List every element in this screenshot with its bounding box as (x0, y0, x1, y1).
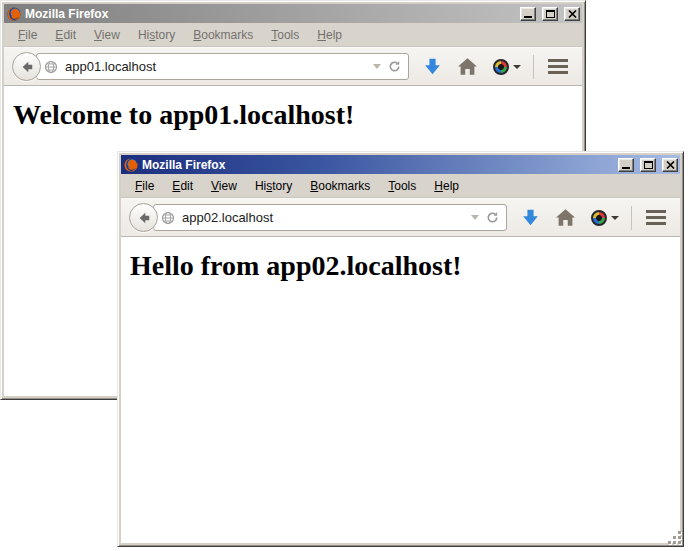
menu-item-file[interactable]: File (126, 176, 163, 196)
color-lens-icon (493, 59, 509, 75)
menu-item-view[interactable]: View (202, 176, 246, 196)
url-dropdown-icon[interactable] (471, 215, 479, 220)
url-input[interactable] (182, 210, 464, 225)
menu-item-file[interactable]: File (9, 25, 46, 45)
maximize-button[interactable] (640, 158, 656, 172)
url-input[interactable] (65, 59, 366, 74)
hamburger-menu-icon[interactable] (646, 210, 666, 225)
hamburger-menu-icon[interactable] (548, 59, 568, 74)
home-icon[interactable] (458, 58, 477, 75)
site-globe-icon (44, 60, 58, 74)
close-icon (568, 10, 577, 18)
home-icon[interactable] (556, 209, 575, 226)
download-icon[interactable] (423, 57, 442, 76)
navigation-toolbar (4, 47, 582, 86)
window-title: Mozilla Firefox (25, 7, 514, 21)
menu-item-help[interactable]: Help (425, 176, 468, 196)
chevron-down-icon (611, 216, 619, 220)
minimize-button[interactable] (520, 7, 536, 21)
menu-item-bookmarks[interactable]: Bookmarks (184, 25, 262, 45)
url-bar[interactable] (36, 53, 409, 80)
menu-item-tools[interactable]: Tools (379, 176, 425, 196)
site-globe-icon (161, 211, 175, 225)
menu-bar: File Edit View History Bookmarks Tools H… (121, 174, 680, 198)
page-content: Hello from app02.localhost! (121, 237, 680, 543)
firefox-logo-icon (124, 158, 138, 172)
toolbar-separator (533, 55, 534, 79)
close-button[interactable] (564, 7, 580, 21)
window-title: Mozilla Firefox (142, 158, 612, 172)
menu-item-view[interactable]: View (85, 25, 129, 45)
page-heading: Hello from app02.localhost! (130, 250, 680, 282)
menu-item-edit[interactable]: Edit (46, 25, 85, 45)
menu-bar: File Edit View History Bookmarks Tools H… (4, 23, 582, 47)
addon-lens-button[interactable] (591, 210, 619, 226)
maximize-icon (644, 161, 653, 169)
reload-icon[interactable] (388, 60, 401, 73)
minimize-button[interactable] (618, 158, 634, 172)
chevron-down-icon (513, 65, 521, 69)
minimize-icon (622, 167, 630, 169)
firefox-logo-icon (7, 7, 21, 21)
titlebar[interactable]: Mozilla Firefox (4, 4, 582, 23)
page-heading: Welcome to app01.localhost! (13, 99, 582, 131)
navigation-toolbar (121, 198, 680, 237)
maximize-icon (546, 10, 555, 18)
back-button[interactable] (129, 203, 158, 232)
maximize-button[interactable] (542, 7, 558, 21)
reload-icon[interactable] (486, 211, 499, 224)
resize-grip[interactable] (668, 531, 682, 545)
menu-item-tools[interactable]: Tools (262, 25, 308, 45)
url-bar[interactable] (153, 204, 507, 231)
toolbar-separator (631, 206, 632, 230)
close-button[interactable] (662, 158, 678, 172)
menu-item-history[interactable]: History (129, 25, 184, 45)
menu-item-edit[interactable]: Edit (163, 176, 202, 196)
browser-window-app02[interactable]: Mozilla Firefox File Edit View History B… (117, 151, 684, 547)
menu-item-bookmarks[interactable]: Bookmarks (301, 176, 379, 196)
color-lens-icon (591, 210, 607, 226)
close-icon (666, 161, 675, 169)
url-dropdown-icon[interactable] (373, 64, 381, 69)
menu-item-history[interactable]: History (246, 176, 301, 196)
back-arrow-icon (137, 211, 151, 225)
back-arrow-icon (20, 60, 34, 74)
download-icon[interactable] (521, 208, 540, 227)
back-button[interactable] (12, 52, 41, 81)
addon-lens-button[interactable] (493, 59, 521, 75)
titlebar[interactable]: Mozilla Firefox (121, 155, 680, 174)
menu-item-help[interactable]: Help (308, 25, 351, 45)
minimize-icon (524, 16, 532, 18)
